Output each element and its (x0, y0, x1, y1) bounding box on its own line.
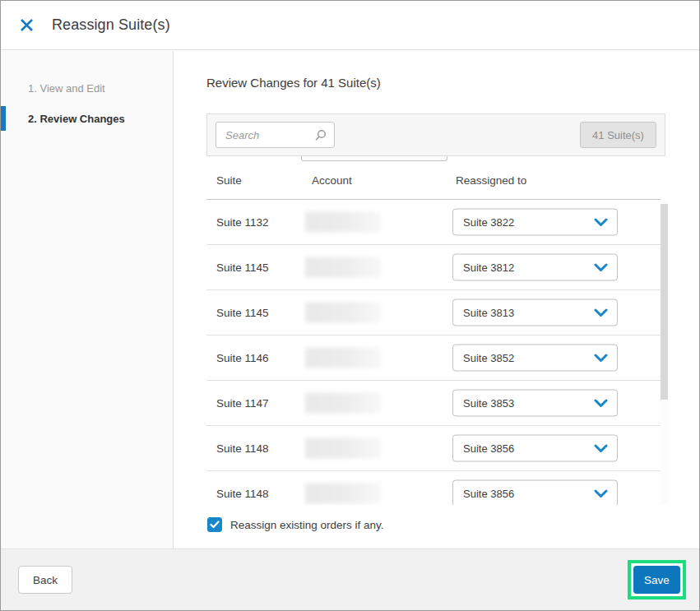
reassigned-to-value: Suite 3822 (463, 216, 514, 229)
column-header-reassigned-to: Reassigned to (456, 174, 526, 187)
search-input[interactable] (216, 129, 314, 141)
reassigned-to-select[interactable]: Suite 3812 (452, 254, 618, 281)
modal-header: Reassign Suite(s) (1, 1, 699, 50)
chevron-down-icon (594, 489, 608, 498)
reassigned-to-select[interactable]: Suite 3853 (452, 390, 618, 417)
table-row: Suite 1145 Suite 3812 (206, 245, 661, 290)
review-changes-title: Review Changes for 41 Suite(s) (206, 76, 381, 90)
account-value-redacted (305, 257, 381, 278)
table-row: Suite 1132 Suite 3822 (206, 200, 661, 245)
back-button[interactable]: Back (18, 566, 72, 594)
row-suite-label: Suite 1132 (216, 216, 269, 229)
table-row: Suite 1147 Suite 3853 (206, 381, 661, 426)
reassigned-to-value: Suite 3856 (463, 488, 514, 500)
steps-sidebar: 1. View and Edit 2. Review Changes (1, 51, 174, 549)
account-value-redacted (305, 393, 381, 414)
account-value-redacted (305, 303, 381, 323)
row-suite-label: Suite 1145 (216, 307, 269, 319)
table-toolbar: 41 Suite(s) (206, 113, 665, 156)
clipped-element-fragment (301, 156, 447, 161)
sidebar-step-view-and-edit[interactable]: 1. View and Edit (28, 82, 105, 95)
row-suite-label: Suite 1147 (216, 397, 269, 410)
chevron-down-icon (594, 354, 608, 363)
reassigned-to-value: Suite 3852 (463, 352, 514, 364)
table-row: Suite 1148 Suite 3856 (206, 471, 661, 505)
reassigned-to-value: Suite 3812 (463, 262, 514, 274)
reassign-orders-label: Reassign existing orders if any. (230, 519, 384, 531)
search-box (216, 122, 335, 148)
reassigned-to-select[interactable]: Suite 3856 (452, 480, 618, 506)
chevron-down-icon (594, 218, 608, 227)
account-value-redacted (305, 212, 381, 233)
table-row: Suite 1146 Suite 3852 (206, 336, 661, 381)
sidebar-step-review-changes[interactable]: 2. Review Changes (28, 113, 125, 125)
reassigned-to-value: Suite 3853 (463, 397, 514, 410)
reassigned-to-value: Suite 3813 (463, 307, 514, 319)
close-button[interactable] (16, 16, 36, 35)
reassigned-to-select[interactable]: Suite 3813 (452, 299, 618, 326)
table-row: Suite 1148 Suite 3856 (206, 426, 661, 471)
reassigned-to-value: Suite 3856 (463, 442, 514, 455)
save-highlight-annotation: Save (628, 560, 686, 599)
row-suite-label: Suite 1148 (216, 488, 269, 500)
account-value-redacted (305, 348, 381, 368)
column-header-suite: Suite (216, 174, 242, 187)
reassign-orders-checkbox[interactable] (207, 517, 222, 532)
chevron-down-icon (594, 444, 608, 453)
table-row: Suite 1145 Suite 3813 (206, 290, 661, 336)
close-icon (20, 18, 34, 32)
active-step-indicator (1, 106, 6, 131)
modal-footer: Back Save (1, 549, 699, 610)
save-button[interactable]: Save (633, 566, 680, 594)
column-header-account: Account (312, 174, 352, 187)
chevron-down-icon (594, 399, 608, 408)
chevron-down-icon (594, 263, 608, 272)
main-content: Review Changes for 41 Suite(s) 41 Suite(… (174, 51, 699, 549)
reassigned-to-select[interactable]: Suite 3852 (452, 345, 618, 372)
account-value-redacted (305, 438, 381, 459)
modal-title: Reassign Suite(s) (52, 16, 170, 34)
reassigned-to-select[interactable]: Suite 3856 (452, 435, 618, 462)
scrollbar-thumb[interactable] (661, 204, 668, 400)
table-rows: Suite 1132 Suite 3822 Suite 1145 Suite 3… (206, 200, 661, 505)
search-icon (314, 129, 327, 141)
reassigned-to-select[interactable]: Suite 3822 (452, 209, 618, 236)
reassign-suites-modal: Reassign Suite(s) 1. View and Edit 2. Re… (0, 0, 700, 611)
modal-body: 1. View and Edit 2. Review Changes Revie… (1, 51, 699, 549)
chevron-down-icon (594, 308, 608, 317)
check-icon (210, 521, 220, 529)
reassign-orders-row: Reassign existing orders if any. (207, 517, 384, 532)
row-suite-label: Suite 1145 (216, 262, 269, 274)
row-suite-label: Suite 1146 (216, 352, 269, 364)
suite-count-button[interactable]: 41 Suite(s) (580, 122, 656, 148)
account-value-redacted (305, 484, 381, 504)
row-suite-label: Suite 1148 (216, 442, 269, 455)
